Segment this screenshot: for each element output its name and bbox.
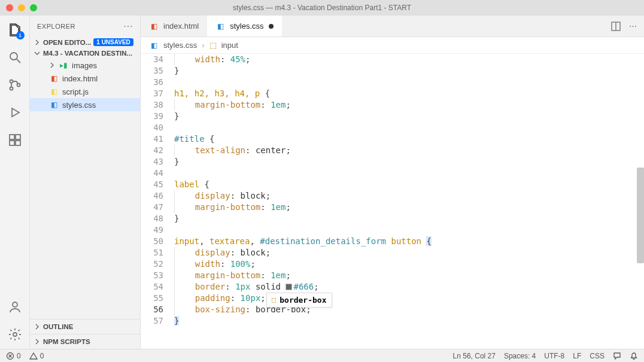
folder-section[interactable]: M4.3 - VACATION DESTIN... (30, 48, 140, 59)
chevron-right-icon (34, 338, 41, 345)
chevron-down-icon (34, 50, 41, 57)
status-language[interactable]: CSS (590, 352, 604, 360)
status-indentation[interactable]: Spaces: 4 (504, 352, 536, 360)
tab-bar: ◧ index.html ◧ styles.css ⋯ (141, 16, 644, 37)
sidebar-more-icon[interactable]: ⋯ (123, 20, 133, 32)
status-errors[interactable]: 0 (6, 352, 21, 360)
code-editor[interactable]: 343536 373839 404142 434445 464748 49505… (141, 54, 644, 349)
file-item-script-js[interactable]: ◧ script.js (30, 85, 140, 98)
chevron-right-icon: › (202, 41, 204, 50)
chevron-right-icon (49, 61, 55, 70)
code-lines[interactable]: width: 45%; } h1, h2, h3, h4, p { margin… (174, 54, 644, 327)
folder-icon: ▸▮ (59, 60, 68, 70)
file-label: script.js (62, 87, 89, 96)
tab-styles-css[interactable]: ◧ styles.css (207, 16, 281, 36)
activity-bar: 1 (0, 16, 30, 349)
extensions-icon[interactable] (7, 132, 23, 148)
svg-point-4 (17, 84, 20, 87)
html-file-icon: ◧ (49, 74, 59, 83)
suggest-widget[interactable]: ⬚ border-box (266, 293, 332, 308)
file-label: images (72, 61, 97, 70)
file-item-index-html[interactable]: ◧ index.html (30, 72, 140, 85)
dirty-indicator-icon (269, 24, 274, 29)
color-swatch-icon[interactable] (285, 284, 292, 290)
npm-scripts-label: NPM SCRIPTS (43, 338, 90, 345)
status-eol[interactable]: LF (573, 352, 581, 360)
titlebar: styles.css — m4.3 - Vacation Destination… (0, 0, 644, 16)
status-bell-icon[interactable] (630, 352, 638, 360)
file-label: styles.css (62, 101, 96, 109)
status-encoding[interactable]: UTF-8 (544, 352, 564, 360)
outline-section[interactable]: OUTLINE (30, 319, 140, 334)
status-cursor-position[interactable]: Ln 56, Col 27 (453, 352, 496, 360)
css-file-icon: ◧ (215, 22, 225, 31)
svg-rect-9 (16, 135, 20, 139)
editor-more-icon[interactable]: ⋯ (627, 21, 638, 32)
open-editors-label: OPEN EDITO... (43, 39, 91, 46)
tab-label: index.html (163, 22, 199, 31)
account-icon[interactable] (7, 299, 23, 315)
sidebar-header: EXPLORER ⋯ (30, 16, 140, 36)
window-title: styles.css — m4.3 - Vacation Destination… (0, 4, 644, 12)
sidebar-title: EXPLORER (37, 23, 75, 30)
split-editor-icon[interactable] (610, 21, 621, 32)
line-gutter: 343536 373839 404142 434445 464748 49505… (141, 54, 169, 327)
status-bar: 0 0 Ln 56, Col 27 Spaces: 4 UTF-8 LF CSS (0, 349, 644, 362)
minimap-scrollbar[interactable] (637, 168, 644, 263)
npm-scripts-section[interactable]: NPM SCRIPTS (30, 334, 140, 349)
explorer-icon[interactable]: 1 (7, 22, 23, 38)
svg-point-3 (10, 87, 13, 90)
editor-area: ◧ index.html ◧ styles.css ⋯ ◧ styles.css… (141, 16, 644, 349)
outline-label: OUTLINE (43, 323, 73, 330)
tab-label: styles.css (230, 22, 263, 31)
run-debug-icon[interactable] (7, 104, 23, 121)
source-control-icon[interactable] (7, 77, 23, 93)
file-tree: ▸▮ images ◧ index.html ◧ script.js ◧ sty… (30, 59, 140, 319)
symbol-icon: ⬚ (209, 41, 217, 50)
folder-name: M4.3 - VACATION DESTIN... (43, 50, 136, 57)
breadcrumb-symbol[interactable]: input (221, 41, 238, 50)
svg-point-2 (10, 80, 13, 83)
explorer-badge: 1 (16, 31, 25, 39)
svg-rect-6 (10, 135, 14, 139)
tab-index-html[interactable]: ◧ index.html (141, 16, 207, 36)
status-warnings[interactable]: 0 (29, 352, 44, 360)
svg-marker-5 (12, 108, 19, 117)
file-item-styles-css[interactable]: ◧ styles.css (30, 98, 140, 111)
breadcrumb-file[interactable]: styles.css (163, 41, 197, 50)
suggest-label: border-box (280, 294, 326, 306)
explorer-sidebar: EXPLORER ⋯ OPEN EDITO... 1 UNSAVED M4.3 … (30, 16, 141, 349)
file-label: index.html (62, 74, 98, 83)
chevron-right-icon (34, 323, 41, 330)
search-icon[interactable] (7, 49, 23, 66)
chevron-right-icon (34, 39, 41, 46)
open-editors-section[interactable]: OPEN EDITO... 1 UNSAVED (30, 36, 140, 48)
unsaved-badge: 1 UNSAVED (93, 38, 133, 46)
property-symbol-icon: ⬚ (272, 294, 276, 306)
svg-line-1 (17, 59, 20, 63)
css-file-icon: ◧ (149, 41, 159, 50)
svg-rect-7 (10, 141, 14, 145)
file-item-images[interactable]: ▸▮ images (30, 59, 140, 72)
svg-point-11 (13, 333, 17, 336)
status-feedback-icon[interactable] (613, 352, 621, 360)
svg-point-0 (10, 53, 17, 60)
svg-rect-8 (16, 141, 20, 145)
settings-gear-icon[interactable] (7, 326, 23, 343)
svg-point-10 (13, 302, 17, 307)
css-file-icon: ◧ (49, 100, 59, 109)
js-file-icon: ◧ (49, 87, 59, 96)
html-file-icon: ◧ (149, 22, 159, 31)
breadcrumb[interactable]: ◧ styles.css › ⬚ input (141, 37, 644, 54)
